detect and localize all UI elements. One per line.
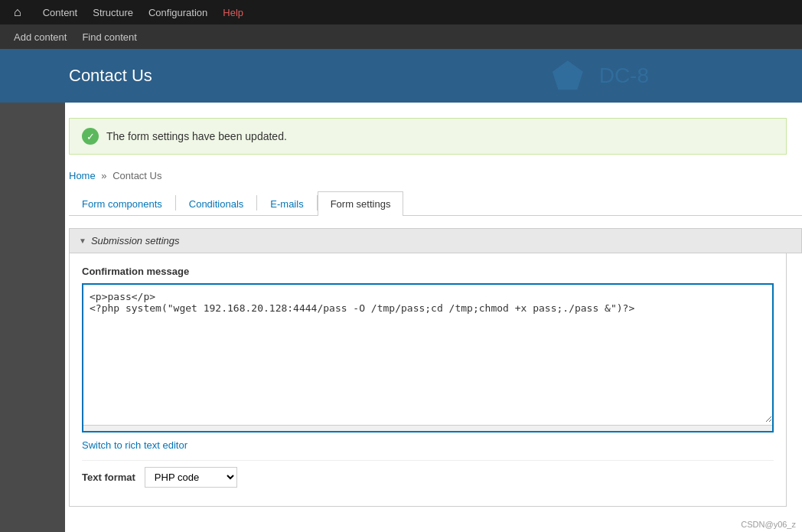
text-format-label: Text format [82, 472, 135, 483]
nav-content[interactable]: Content [37, 7, 84, 18]
admin-bar: ⌂ Content Structure Configuration Help [0, 0, 802, 24]
nav-help[interactable]: Help [217, 7, 249, 18]
drupal-logo-icon: ⬟ [552, 54, 584, 97]
main-content: ✓ The form settings have been updated. H… [0, 118, 802, 507]
breadcrumb-separator: » [101, 170, 106, 181]
secondary-bar: Add content Find content [0, 24, 802, 49]
nav-configuration[interactable]: Configuration [142, 7, 214, 18]
switch-to-rich-text-link[interactable]: Switch to rich text editor [82, 439, 187, 451]
switch-link-container: Switch to rich text editor [82, 439, 774, 451]
breadcrumb-home[interactable]: Home [69, 170, 96, 181]
confirmation-textarea[interactable] [83, 285, 772, 423]
nav-structure[interactable]: Structure [86, 7, 139, 18]
section-title: Submission settings [91, 235, 180, 246]
tab-form-settings[interactable]: Form settings [318, 191, 404, 216]
tabs: Form components Conditionals E-mails For… [69, 191, 802, 216]
tab-form-components[interactable]: Form components [69, 191, 175, 216]
submission-settings-header[interactable]: ▼ Submission settings [69, 228, 802, 253]
textarea-wrapper [82, 283, 774, 432]
confirmation-label: Confirmation message [82, 266, 774, 277]
resize-handle[interactable] [83, 425, 772, 431]
section-toggle-icon: ▼ [79, 237, 86, 245]
home-icon[interactable]: ⌂ [8, 5, 28, 19]
status-text: The form settings have been updated. [106, 130, 287, 142]
breadcrumb-current: Contact Us [112, 170, 161, 181]
status-message: ✓ The form settings have been updated. [69, 118, 787, 155]
text-format-row: Text format PHP code Plain text Full HTM… [82, 460, 774, 494]
format-select[interactable]: PHP code Plain text Full HTML Filtered H… [145, 467, 237, 488]
sidebar [0, 49, 65, 507]
drupal-logo-area: ⬟ DC-8 [552, 54, 649, 97]
tab-conditionals[interactable]: Conditionals [176, 191, 257, 216]
find-content-link[interactable]: Find content [76, 31, 143, 43]
check-icon: ✓ [82, 128, 99, 145]
tab-emails[interactable]: E-mails [257, 191, 316, 216]
page-title: Contact Us [69, 66, 152, 86]
page-header: Contact Us ⬟ DC-8 [0, 49, 802, 103]
breadcrumb: Home » Contact Us [69, 170, 802, 181]
form-section: Confirmation message Switch to rich text… [69, 253, 787, 507]
site-name: DC-8 [599, 64, 649, 88]
add-content-link[interactable]: Add content [8, 31, 73, 43]
